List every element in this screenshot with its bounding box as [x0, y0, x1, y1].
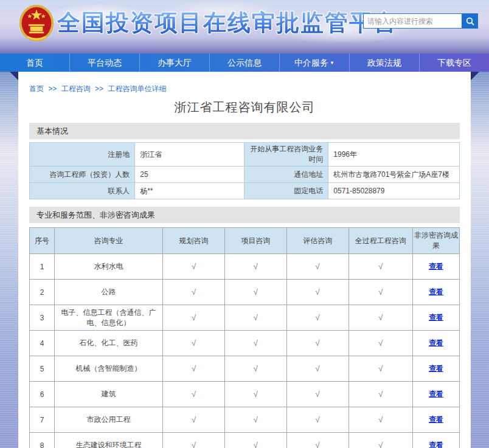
content-panel: 首页 >> 工程咨询 >> 工程咨询单位详细 浙江省工程咨询有限公司 基本情况 … — [18, 72, 471, 448]
cell-no: 4 — [30, 331, 55, 356]
info-label: 咨询工程师（投资）人数 — [30, 167, 135, 183]
cell-specialty: 公路 — [55, 280, 163, 305]
view-link[interactable]: 查看 — [429, 415, 443, 424]
cell-check: √ — [286, 254, 349, 280]
info-value: 杭州市古墩路701号紫金广场A座7楼 — [328, 167, 460, 183]
table-row: 7 市政公用工程 √ √ √ √ 查看 — [30, 407, 460, 433]
nav-item-public-info[interactable]: 公示信息 — [210, 53, 280, 72]
col-header-no: 序号 — [30, 228, 55, 254]
cell-check: √ — [224, 254, 286, 280]
info-label: 注册地 — [30, 143, 135, 167]
cell-check: √ — [163, 305, 225, 331]
nav-item-downloads[interactable]: 下载专区 — [420, 53, 489, 72]
nav-item-policies[interactable]: 政策法规 — [350, 53, 420, 72]
cell-check: √ — [286, 280, 349, 305]
cell-check: √ — [286, 331, 349, 356]
breadcrumb-current-page[interactable]: 工程咨询单位详细 — [108, 84, 166, 93]
cell-check: √ — [286, 433, 349, 448]
info-value: 0571-85028879 — [328, 183, 460, 199]
corner-notch-right — [471, 72, 479, 80]
cell-check: √ — [163, 407, 225, 433]
table-row: 4 石化、化工、医药 √ √ √ √ 查看 — [30, 331, 460, 356]
table-row: 8 生态建设和环境工程 √ √ √ √ 查看 — [30, 433, 460, 448]
nav-item-platform-news[interactable]: 平台动态 — [70, 53, 140, 72]
nav-item-home[interactable]: 首页 — [0, 53, 70, 72]
basic-info-table: 注册地 浙江省 开始从事工程咨询业务时间 1996年 咨询工程师（投资）人数 2… — [29, 142, 460, 199]
col-header-planning: 规划咨询 — [163, 228, 225, 254]
search-input[interactable] — [363, 13, 462, 29]
info-label: 固定电话 — [244, 183, 328, 199]
table-row: 联系人 杨** 固定电话 0571-85028879 — [30, 183, 460, 199]
cell-specialty: 生态建设和环境工程 — [55, 433, 163, 448]
breadcrumb-separator: >> — [95, 84, 103, 93]
cell-check: √ — [163, 331, 225, 356]
cell-check: √ — [349, 407, 412, 433]
col-header-whole-process: 全过程工程咨询 — [349, 228, 412, 254]
table-row: 6 建筑 √ √ √ √ 查看 — [30, 382, 460, 407]
corner-notch-left — [10, 72, 18, 80]
cell-check: √ — [349, 356, 412, 382]
search-icon — [466, 17, 474, 26]
cell-check: √ — [286, 356, 349, 382]
cell-check: √ — [286, 407, 349, 433]
cell-no: 1 — [30, 254, 55, 280]
cell-check: √ — [224, 331, 286, 356]
services-table: 序号 咨询专业 规划咨询 项目咨询 评估咨询 全过程工程咨询 非涉密咨询成果 1… — [29, 227, 460, 448]
info-value: 浙江省 — [135, 143, 244, 167]
national-emblem-logo — [18, 4, 55, 43]
cell-specialty: 水利水电 — [55, 254, 163, 280]
breadcrumb-separator: >> — [48, 84, 57, 93]
view-link[interactable]: 查看 — [429, 441, 443, 448]
info-label: 联系人 — [30, 183, 135, 199]
cell-specialty: 市政公用工程 — [55, 407, 163, 433]
col-header-results: 非涉密咨询成果 — [412, 228, 459, 254]
breadcrumb: 首页 >> 工程咨询 >> 工程咨询单位详细 — [29, 72, 460, 94]
cell-specialty: 建筑 — [55, 382, 163, 407]
breadcrumb-consulting-link[interactable]: 工程咨询 — [61, 84, 91, 93]
cell-check: √ — [349, 305, 412, 331]
nav-item-service-hall[interactable]: 办事大厅 — [140, 53, 210, 72]
cell-check: √ — [349, 433, 412, 448]
cell-check: √ — [163, 254, 225, 280]
cell-no: 6 — [30, 382, 55, 407]
cell-specialty: 机械（含智能制造） — [55, 356, 163, 382]
cell-check: √ — [163, 356, 225, 382]
view-link[interactable]: 查看 — [429, 364, 443, 373]
cell-check: √ — [163, 433, 225, 448]
cell-no: 8 — [30, 433, 55, 448]
view-link[interactable]: 查看 — [429, 262, 443, 271]
cell-no: 5 — [30, 356, 55, 382]
table-row: 咨询工程师（投资）人数 25 通信地址 杭州市古墩路701号紫金广场A座7楼 — [30, 167, 460, 183]
table-row: 3 电子、信息工程（含通信、广电、信息化） √ √ √ √ 查看 — [30, 305, 460, 331]
cell-no: 3 — [30, 305, 55, 331]
nav-item-intermediary-services[interactable]: 中介服务▼ — [280, 53, 350, 72]
cell-check: √ — [349, 382, 412, 407]
cell-check: √ — [224, 305, 286, 331]
info-label: 通信地址 — [244, 167, 328, 183]
cell-check: √ — [224, 407, 286, 433]
table-row: 5 机械（含智能制造） √ √ √ √ 查看 — [30, 356, 460, 382]
cell-check: √ — [224, 382, 286, 407]
table-row: 注册地 浙江省 开始从事工程咨询业务时间 1996年 — [30, 143, 460, 167]
view-link[interactable]: 查看 — [429, 313, 443, 322]
main-nav: 首页 平台动态 办事大厅 公示信息 中介服务▼ 政策法规 下载专区 — [0, 53, 489, 72]
info-value: 杨** — [135, 183, 244, 199]
cell-check: √ — [349, 280, 412, 305]
cell-check: √ — [286, 305, 349, 331]
search-button[interactable] — [462, 13, 478, 29]
info-label: 开始从事工程咨询业务时间 — [244, 143, 328, 167]
view-link[interactable]: 查看 — [429, 288, 443, 296]
info-value: 1996年 — [328, 143, 460, 167]
view-link[interactable]: 查看 — [429, 339, 443, 347]
cell-no: 2 — [30, 280, 55, 305]
view-link[interactable]: 查看 — [429, 390, 443, 398]
cell-check: √ — [224, 433, 286, 448]
cell-check: √ — [286, 382, 349, 407]
cell-no: 7 — [30, 407, 55, 433]
cell-check: √ — [163, 382, 225, 407]
col-header-evaluation: 评估咨询 — [286, 228, 349, 254]
breadcrumb-home-link[interactable]: 首页 — [29, 84, 44, 93]
table-row: 2 公路 √ √ √ √ 查看 — [30, 280, 460, 305]
search-bar — [363, 13, 478, 29]
info-value: 25 — [135, 167, 244, 183]
